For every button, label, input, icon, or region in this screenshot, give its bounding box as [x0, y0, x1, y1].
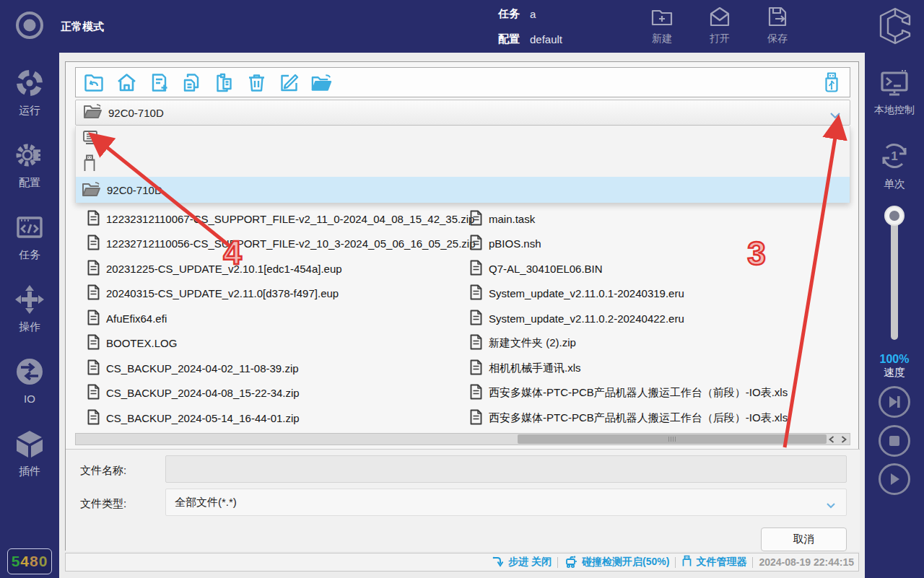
- file-row[interactable]: CS_BACKUP_2024-04-02_11-08-39.zip: [87, 356, 470, 381]
- file-manager-status[interactable]: 文件管理器: [681, 555, 746, 569]
- home-icon[interactable]: [116, 71, 137, 93]
- operate-icon: [0, 284, 59, 318]
- speed-slider-handle[interactable]: [884, 206, 905, 226]
- file-row[interactable]: 12232712110056-CS_SUPPORT_FILE-v2_10_3-2…: [87, 232, 470, 257]
- new-task-icon: [650, 4, 674, 31]
- task-icon: [0, 211, 59, 245]
- io-icon: [0, 356, 59, 390]
- dropdown-item-usb[interactable]: [76, 152, 850, 177]
- scrollbar-track[interactable]: [76, 434, 825, 445]
- document-icon: [470, 310, 482, 328]
- counter-badge: 5480: [7, 548, 52, 574]
- document-icon: [87, 359, 100, 377]
- sidebar-item-single-run[interactable]: 1 单次: [865, 139, 924, 191]
- file-manager-panel: 92C0-710D 92C0-710: [65, 61, 859, 551]
- file-column-right: main.task pBIOS.nsh Q7-AL_30410EL06.BIN: [470, 206, 860, 432]
- sidebar-item-task[interactable]: 任务: [0, 211, 59, 262]
- dropdown-item-computer[interactable]: [76, 126, 850, 152]
- file-row[interactable]: 西安多媒体-PTC-PCB产品机器人搬运工作台（后段）-IO表.xls: [470, 406, 860, 431]
- terminal-icon: [865, 67, 924, 101]
- file-name: CS_BACKUP_2024-04-08_15-22-34.zip: [106, 387, 300, 399]
- file-row[interactable]: 新建文件夹 (2).zip: [470, 331, 860, 356]
- config-label: 配置: [498, 32, 520, 46]
- file-toolbar: [75, 67, 850, 97]
- status-datetime: 2024-08-19 22:44:15: [759, 556, 854, 568]
- plugin-icon: [0, 428, 59, 462]
- chevron-down-icon[interactable]: [829, 109, 841, 122]
- file-name: Q7-AL_30410EL06.BIN: [489, 263, 603, 275]
- file-row[interactable]: 相机机械手通讯.xls: [470, 356, 860, 381]
- stop-button[interactable]: [879, 425, 910, 457]
- computer-icon: [82, 129, 99, 149]
- sidebar-item-local-control[interactable]: 本地控制: [865, 67, 924, 117]
- scrollbar-thumb[interactable]: [518, 434, 827, 444]
- new-file-icon[interactable]: [148, 71, 170, 93]
- step-icon: [492, 556, 505, 569]
- usb-icon: [82, 154, 97, 175]
- paste-icon[interactable]: [213, 71, 235, 93]
- file-row[interactable]: System_update_v2.11.0.1-20240319.eru: [470, 281, 860, 307]
- file-name: System_update_v2.11.0.2-20240422.eru: [489, 312, 684, 325]
- file-name: CS_BACKUP_2024-04-02_11-08-39.zip: [106, 362, 299, 375]
- sidebar-item-operate[interactable]: 操作: [0, 284, 59, 334]
- path-dropdown-field[interactable]: 92C0-710D: [75, 100, 850, 126]
- sidebar-item-run[interactable]: 运行: [0, 67, 59, 118]
- scroll-left-icon[interactable]: [825, 434, 837, 445]
- folder-up-icon[interactable]: [83, 71, 105, 93]
- file-name: System_update_v2.11.0.1-20240319.eru: [489, 287, 684, 299]
- file-row[interactable]: BOOTEX.LOG: [87, 331, 470, 356]
- file-row[interactable]: 西安多媒体-PTC-PCB产品机器人搬运工作台（前段）-IO表.xls: [470, 381, 860, 406]
- rename-icon[interactable]: [278, 71, 300, 93]
- new-task-button[interactable]: 新建: [639, 4, 685, 45]
- sidebar-item-plugin[interactable]: 插件: [0, 428, 59, 478]
- folder-icon: [82, 181, 100, 199]
- file-type-select[interactable]: 全部文件(*.*): [165, 489, 847, 516]
- task-value: a: [530, 8, 536, 20]
- single-digit: 1: [891, 149, 897, 163]
- file-column-left: 12232312110067-CS_SUPPORT_FILE-v2_11_0-2…: [87, 206, 470, 432]
- scroll-right-icon[interactable]: [837, 434, 850, 445]
- location-dropdown-list: 92C0-710D: [75, 126, 850, 203]
- collision-status[interactable]: 碰撞检测开启(50%): [564, 555, 669, 570]
- file-row[interactable]: 12232312110067-CS_SUPPORT_FILE-v2_11_0-2…: [87, 206, 470, 232]
- single-loop-icon: 1: [865, 139, 924, 175]
- file-row[interactable]: 20231225-CS_UPDATE_v2.10.1[edc1-454a].eu…: [87, 256, 470, 281]
- document-icon: [470, 235, 482, 253]
- file-row[interactable]: AfuEfix64.efi: [87, 306, 470, 331]
- document-icon: [87, 310, 100, 328]
- step-status[interactable]: 步进 关闭: [492, 556, 552, 569]
- copy-icon[interactable]: [180, 71, 202, 93]
- file-row[interactable]: main.task: [470, 206, 860, 232]
- speed-slider-track[interactable]: [891, 213, 898, 340]
- document-icon: [87, 384, 100, 402]
- file-name-input[interactable]: [165, 455, 847, 483]
- document-icon: [87, 409, 100, 427]
- sidebar-item-config[interactable]: 配置: [0, 139, 59, 190]
- sidebar-item-label: IO: [24, 393, 35, 405]
- dropdown-item-folder-selected[interactable]: 92C0-710D: [76, 177, 850, 203]
- file-row[interactable]: Q7-AL_30410EL06.BIN: [470, 256, 860, 281]
- sidebar-item-io[interactable]: IO: [0, 356, 59, 405]
- play-button[interactable]: [879, 463, 910, 495]
- left-sidebar: 运行 配置 任务 操作 IO 插件 5480: [0, 53, 59, 578]
- step-run-button[interactable]: [879, 386, 910, 418]
- counter-digit: 5: [12, 553, 21, 570]
- file-row[interactable]: 20240315-CS_UPDATE_v2.11.0[d378-f497].eu…: [87, 281, 470, 307]
- usb-device-icon[interactable]: [821, 71, 842, 93]
- single-run-label: 单次: [884, 178, 905, 190]
- file-name: 西安多媒体-PTC-PCB产品机器人搬运工作台（前段）-IO表.xls: [489, 386, 788, 400]
- open-folder-icon[interactable]: [310, 71, 332, 93]
- file-dialog-form: 文件名称: 文件类型: 全部文件(*.*) 取消: [66, 449, 860, 551]
- save-task-button[interactable]: 保存: [754, 4, 801, 45]
- document-icon: [470, 284, 482, 302]
- file-row[interactable]: CS_BACKUP_2024-05-14_16-44-01.zip: [87, 406, 470, 431]
- open-task-button[interactable]: 打开: [697, 4, 743, 45]
- cancel-button[interactable]: 取消: [761, 527, 847, 551]
- delete-icon[interactable]: [245, 71, 267, 93]
- file-row[interactable]: System_update_v2.11.0.2-20240422.eru: [470, 306, 860, 331]
- file-row[interactable]: pBIOS.nsh: [470, 232, 860, 257]
- sidebar-item-label: 操作: [19, 320, 40, 333]
- file-name: 12232712110056-CS_SUPPORT_FILE-v2_10_3-2…: [106, 237, 476, 250]
- file-row[interactable]: CS_BACKUP_2024-04-08_15-22-34.zip: [87, 381, 470, 406]
- file-list: 12232312110067-CS_SUPPORT_FILE-v2_11_0-2…: [66, 206, 860, 432]
